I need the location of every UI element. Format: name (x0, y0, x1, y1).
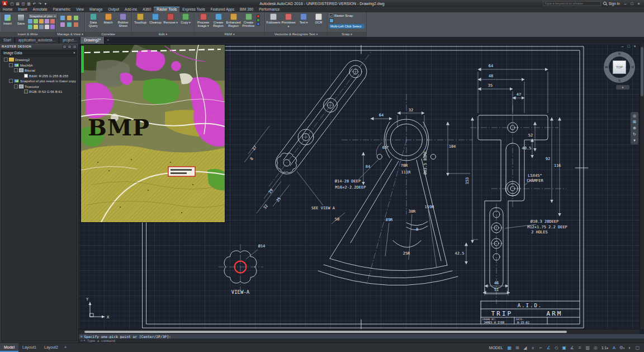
view-tool-icon[interactable] (60, 22, 65, 27)
tree-expander[interactable]: - (9, 63, 13, 67)
ribbon-tab[interactable]: Insert (15, 7, 30, 12)
vertical-scrollbar[interactable] (640, 44, 644, 329)
ortho-icon[interactable]: ⌐ (537, 344, 544, 351)
image-select-dropdown[interactable]: Snapshot of plot re... ▾ (28, 13, 58, 18)
palette-header[interactable]: RASTER DESIGN (0, 44, 78, 49)
tree-expander[interactable]: - (14, 85, 18, 88)
ribbon-button[interactable]: OCR (311, 13, 326, 24)
tree-item[interactable]: -Drawing2 (2, 57, 77, 63)
transparency-icon[interactable]: ▥ (584, 344, 591, 351)
raster-tool-icon[interactable] (45, 25, 49, 29)
ribbon-tab[interactable]: Annotate (30, 7, 50, 12)
ribbon-button[interactable]: Cleanup (148, 13, 163, 24)
palette-refresh-icon[interactable] (63, 45, 67, 49)
viewcube-menu[interactable]: ▾ (616, 85, 629, 90)
ribbon-tab[interactable]: Add-ins (122, 7, 140, 12)
search-icon[interactable] (603, 2, 607, 5)
image-data-dropdown[interactable]: Image Data ▾ (1, 50, 77, 55)
plot-icon[interactable]: ▥ (26, 1, 31, 7)
viewcube-west[interactable]: W (605, 65, 608, 69)
file-tab[interactable]: Drawing2* (80, 36, 105, 44)
file-tab[interactable]: project... (59, 36, 80, 44)
minimize-window-icon[interactable]: – (622, 1, 628, 7)
panel-label-snap[interactable]: Snap ▾ (328, 32, 366, 37)
tree-item[interactable]: -Mech6A (2, 63, 77, 68)
model-indicator[interactable]: MODEL (489, 346, 503, 350)
command-input-bar[interactable]: ▭▾ Type a command (79, 339, 644, 342)
viewcube[interactable]: N S W E TOP ▾ (604, 51, 635, 83)
red-swatch-icon[interactable] (257, 15, 260, 18)
search-input[interactable] (543, 1, 601, 6)
ribbon-tab[interactable]: A360 (140, 7, 154, 12)
redo-icon[interactable]: ↷ (37, 1, 42, 7)
vertical-scrollbar-thumb[interactable] (641, 47, 643, 96)
viewcube-face-top[interactable]: TOP (613, 60, 626, 74)
panel-label-rem[interactable]: REM ▾ (195, 32, 264, 37)
pan-icon[interactable]: ⊞ (633, 119, 636, 125)
sign-in-button[interactable]: Sign In (609, 2, 620, 6)
ribbon-tab[interactable]: Featured Apps (208, 7, 237, 12)
tree-item[interactable]: -Snapshot of plot result in Gator copy (2, 78, 77, 84)
ribbon-tab[interactable]: Raster Tools (154, 7, 179, 12)
customize-command-icon[interactable]: ⚙ (80, 335, 82, 339)
tree-item[interactable]: -Bitonal (2, 68, 77, 73)
open-file-icon[interactable]: ▤ (15, 1, 20, 7)
workspace-icon[interactable]: ⚙▾ (618, 344, 626, 351)
otrack-icon[interactable]: ∡ (569, 344, 576, 351)
ucs-icon[interactable]: X Y (86, 297, 110, 320)
space-tab[interactable]: Layout1 (18, 343, 40, 352)
view-tool-icon[interactable] (74, 16, 78, 20)
palette-close-icon[interactable] (73, 45, 77, 49)
osnap-icon[interactable]: ▣ (561, 344, 568, 351)
green-swatch-icon[interactable] (257, 18, 260, 22)
maximize-window-icon[interactable]: □ (629, 1, 635, 7)
raster-tool-icon[interactable] (39, 25, 44, 29)
raster-snap-checkbox[interactable]: ✓ (329, 13, 333, 17)
ribbon-tab[interactable]: Home (0, 7, 15, 12)
ribbon-tab[interactable]: BIM 360 (237, 7, 256, 12)
ribbon-button[interactable]: Create Primitive (241, 13, 256, 28)
ribbon-button[interactable]: Copy ▾ (178, 13, 193, 25)
ribbon-tab[interactable]: Manage (87, 7, 106, 12)
blue-swatch-icon[interactable] (257, 22, 260, 26)
snap-mode-icon[interactable]: ⊞ (514, 344, 521, 351)
drawing-canvas[interactable]: 278292532643265°8470R111RØ63.5 BORE104Ø1… (79, 44, 644, 334)
ribbon-button[interactable]: Enhanced Region (226, 13, 241, 28)
ribbon-tab[interactable]: Express Tools (179, 7, 207, 12)
selection-cycling-icon[interactable]: ◎ (592, 344, 599, 351)
ribbon-button[interactable]: Followers (266, 13, 281, 24)
multi-left-click-select-button[interactable]: Multi-Left Click Select (329, 24, 364, 29)
isodraft-icon[interactable]: ◇ (553, 344, 560, 351)
zoom-icon[interactable]: ⊕ (633, 125, 636, 131)
navigation-wheel-icon[interactable]: ◎ (633, 113, 636, 119)
palette-properties-icon[interactable] (68, 45, 72, 49)
add-layout-button[interactable]: + (62, 343, 69, 352)
ribbon-button[interactable]: Touchup (133, 13, 148, 24)
grid-icon[interactable]: ▦ (506, 344, 513, 351)
restore-drawing-icon[interactable]: □ (626, 44, 631, 48)
space-tab[interactable]: Layout2 (40, 343, 62, 352)
raster-tool-icon[interactable] (39, 19, 44, 24)
ribbon-button[interactable]: Process Image ▾ (196, 13, 211, 28)
keyboard-icon[interactable]: ▭ (80, 339, 82, 342)
ribbon-button[interactable]: Text ▾ (296, 13, 311, 25)
view-tool-icon[interactable] (74, 22, 78, 27)
file-tab[interactable]: Start (0, 36, 15, 44)
ribbon-tab[interactable]: Output (106, 7, 122, 12)
navigation-bar[interactable]: ◎⊞⊕↻▾ (631, 112, 638, 144)
panel-label-correlate[interactable]: Correlate (85, 32, 131, 37)
raster-tool-icon[interactable] (34, 19, 38, 24)
raster-tool-icon[interactable] (28, 19, 32, 24)
undo-icon[interactable]: ↶ (32, 1, 37, 7)
save-file-icon[interactable]: ◫ (21, 1, 26, 7)
save-button[interactable]: Save (15, 13, 27, 31)
tree-expander[interactable]: - (14, 68, 18, 72)
raster-tool-icon[interactable] (34, 25, 38, 29)
ribbon-button[interactable]: Remove ▾ (163, 13, 178, 25)
infer-constraints-icon[interactable]: ◢ (522, 344, 529, 351)
new-file-icon[interactable]: ▢ (10, 1, 15, 7)
inserted-raster-image[interactable]: BMP (81, 45, 225, 222)
file-tab[interactable]: application_autodesk... (15, 36, 60, 44)
clean-screen-icon[interactable]: ▢ (634, 344, 641, 351)
polar-tracking-icon[interactable]: ∠ (545, 344, 552, 351)
